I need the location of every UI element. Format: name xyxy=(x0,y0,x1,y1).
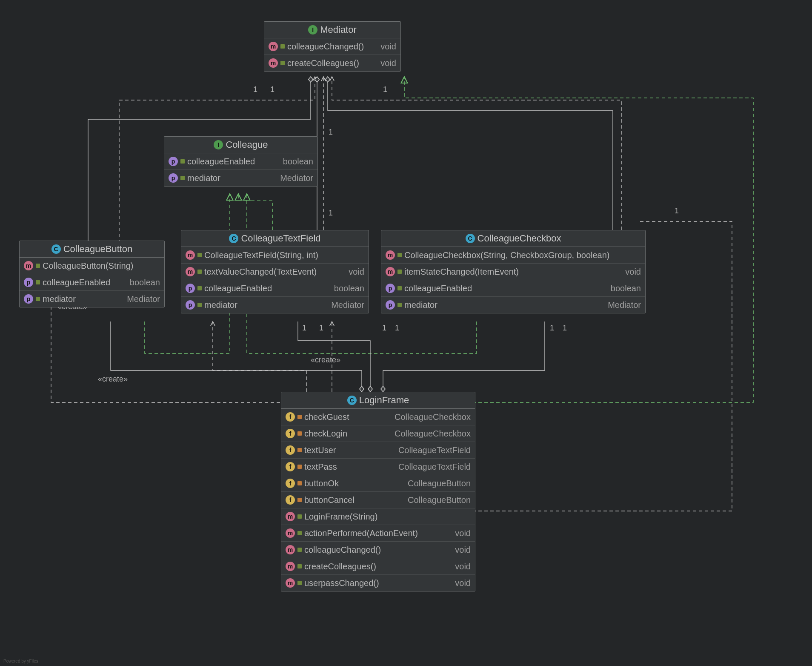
member-row: ftextPassColleagueTextField xyxy=(281,459,475,475)
visibility-icon xyxy=(197,270,202,274)
class-name: LoginFrame xyxy=(359,395,409,406)
member-row: mcreateColleagues()void xyxy=(264,55,400,71)
visibility-icon xyxy=(297,581,302,585)
class-title: I Mediator xyxy=(264,22,400,38)
member-signature: mediator xyxy=(187,173,220,183)
stereotype-create: «create» xyxy=(98,375,128,384)
member-type: void xyxy=(448,578,471,588)
member-signature: colleagueEnabled xyxy=(187,157,255,166)
member-type: void xyxy=(448,545,471,555)
member-row: mcolleagueChanged()void xyxy=(281,542,475,558)
member-list: mColleagueButton(String)pcolleagueEnable… xyxy=(20,258,164,307)
member-type: ColleagueCheckbox xyxy=(388,429,471,439)
member-row: muserpassChanged()void xyxy=(281,575,475,591)
visibility-icon xyxy=(36,264,40,268)
member-row: mitemStateChanged(ItemEvent)void xyxy=(381,264,645,280)
member-type: Mediator xyxy=(273,173,313,183)
member-row: pcolleagueEnabledboolean xyxy=(20,274,164,291)
class-colleague-button[interactable]: C ColleagueButton mColleagueButton(Strin… xyxy=(19,241,165,307)
class-icon: C xyxy=(51,244,61,254)
class-login-frame[interactable]: C LoginFrame fcheckGuestColleagueCheckbo… xyxy=(281,392,475,591)
mult-label: 1 xyxy=(675,207,679,215)
mult-label: 1 xyxy=(253,85,257,94)
class-name: Mediator xyxy=(320,24,357,35)
class-icon: C xyxy=(229,234,238,243)
member-type: boolean xyxy=(327,284,364,293)
member-signature: colleagueEnabled xyxy=(404,284,472,293)
member-list: fcheckGuestColleagueCheckboxfcheckLoginC… xyxy=(281,409,475,591)
member-signature: colleagueChanged() xyxy=(287,42,364,52)
member-row: mColleagueCheckbox(String, CheckboxGroup… xyxy=(381,247,645,264)
member-row: mcreateColleagues()void xyxy=(281,558,475,575)
member-row: fcheckLoginColleagueCheckbox xyxy=(281,425,475,442)
mult-label: 1 xyxy=(319,324,323,333)
member-row: pmediatorMediator xyxy=(164,170,317,186)
member-signature: LoginFrame(String) xyxy=(304,512,377,522)
visibility-icon xyxy=(36,280,40,284)
member-row: pcolleagueEnabledboolean xyxy=(381,280,645,297)
member-row: mcolleagueChanged()void xyxy=(264,38,400,55)
member-type: boolean xyxy=(123,278,160,287)
member-row: fbuttonCancelColleagueButton xyxy=(281,492,475,508)
visibility-icon xyxy=(397,303,402,307)
visibility-icon xyxy=(297,548,302,552)
visibility-icon xyxy=(197,303,202,307)
member-signature: textUser xyxy=(304,445,336,455)
field-icon: f xyxy=(286,495,295,505)
property-icon: p xyxy=(386,284,395,293)
stereotype-create: «create» xyxy=(311,356,340,365)
mult-label: 1 xyxy=(550,324,554,333)
property-icon: p xyxy=(186,300,195,310)
field-icon: f xyxy=(286,462,295,471)
member-signature: ColleagueTextField(String, int) xyxy=(204,250,318,260)
class-colleague-checkbox[interactable]: C ColleagueCheckbox mColleagueCheckbox(S… xyxy=(381,230,646,313)
visibility-icon xyxy=(180,176,185,180)
method-icon: m xyxy=(269,42,278,51)
method-icon: m xyxy=(386,267,395,276)
member-type: void xyxy=(342,267,364,277)
member-signature: textPass xyxy=(304,462,337,472)
method-icon: m xyxy=(186,250,195,260)
member-row: fcheckGuestColleagueCheckbox xyxy=(281,409,475,425)
mult-label: 1 xyxy=(329,128,333,137)
member-list: pcolleagueEnabledbooleanpmediatorMediato… xyxy=(164,153,317,186)
member-signature: createColleagues() xyxy=(287,58,359,68)
member-type: ColleagueButton xyxy=(401,495,471,505)
member-signature: ColleagueCheckbox(String, CheckboxGroup,… xyxy=(404,250,610,260)
interface-icon: I xyxy=(214,140,223,149)
class-title: I Colleague xyxy=(164,137,317,153)
member-row: mColleagueTextField(String, int) xyxy=(181,247,369,264)
member-row: ftextUserColleagueTextField xyxy=(281,442,475,459)
member-signature: checkGuest xyxy=(304,412,349,422)
class-mediator[interactable]: I Mediator mcolleagueChanged()voidmcreat… xyxy=(264,21,401,72)
method-icon: m xyxy=(24,261,33,270)
member-signature: colleagueChanged() xyxy=(304,545,381,555)
visibility-icon xyxy=(280,44,285,49)
member-signature: checkLogin xyxy=(304,429,347,439)
class-icon: C xyxy=(466,234,475,243)
class-colleague[interactable]: I Colleague pcolleagueEnabledbooleanpmed… xyxy=(164,136,318,187)
visibility-icon xyxy=(297,431,302,436)
member-type: void xyxy=(448,562,471,571)
member-signature: createColleagues() xyxy=(304,562,376,571)
member-row: pcolleagueEnabledboolean xyxy=(164,153,317,170)
visibility-icon xyxy=(180,159,185,164)
method-icon: m xyxy=(286,562,295,571)
member-list: mcolleagueChanged()voidmcreateColleagues… xyxy=(264,38,400,71)
class-colleague-textfield[interactable]: C ColleagueTextField mColleagueTextField… xyxy=(181,230,369,313)
member-type: ColleagueCheckbox xyxy=(388,412,471,422)
member-type: boolean xyxy=(276,157,313,166)
member-row: pmediatorMediator xyxy=(181,297,369,313)
member-row: fbuttonOkColleagueButton xyxy=(281,475,475,492)
visibility-icon xyxy=(297,448,302,452)
member-type: Mediator xyxy=(601,300,641,310)
property-icon: p xyxy=(24,294,33,304)
member-signature: mediator xyxy=(204,300,237,310)
property-icon: p xyxy=(186,284,195,293)
mult-label: 1 xyxy=(382,324,386,333)
class-name: ColleagueButton xyxy=(63,244,133,255)
visibility-icon xyxy=(197,286,202,290)
visibility-icon xyxy=(397,286,402,290)
member-type: Mediator xyxy=(324,300,364,310)
member-signature: mediator xyxy=(404,300,437,310)
